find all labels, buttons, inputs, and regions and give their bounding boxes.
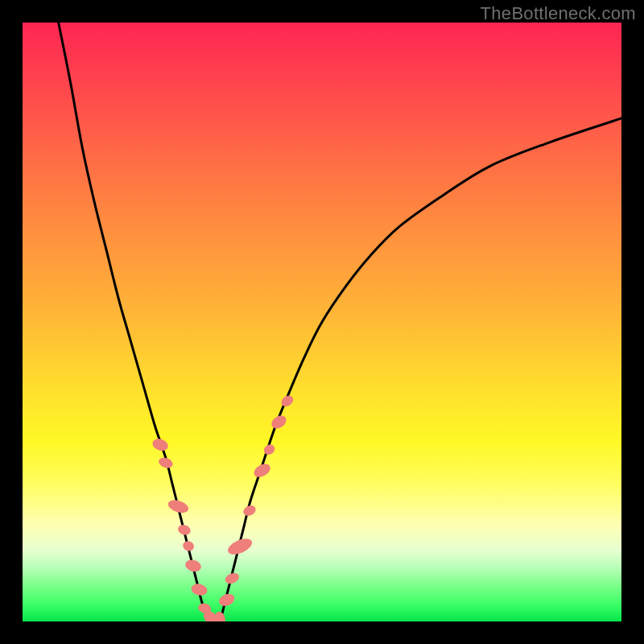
plot-area [23,23,621,621]
data-marker-1 [157,456,174,469]
data-marker-5 [184,558,202,573]
data-marker-15 [262,443,276,457]
chart-frame: TheBottleneck.com [0,0,644,644]
watermark-text: TheBottleneck.com [481,3,636,24]
data-marker-9 [213,611,226,621]
data-marker-10 [217,592,237,608]
chart-svg [23,23,621,621]
data-marker-4 [182,539,196,552]
data-marker-0 [151,437,170,453]
data-marker-6 [190,582,208,597]
curve-right-curve [221,118,621,621]
data-marker-13 [242,503,258,518]
marker-layer [151,394,295,621]
curve-layer [59,23,621,621]
data-marker-3 [176,523,192,536]
